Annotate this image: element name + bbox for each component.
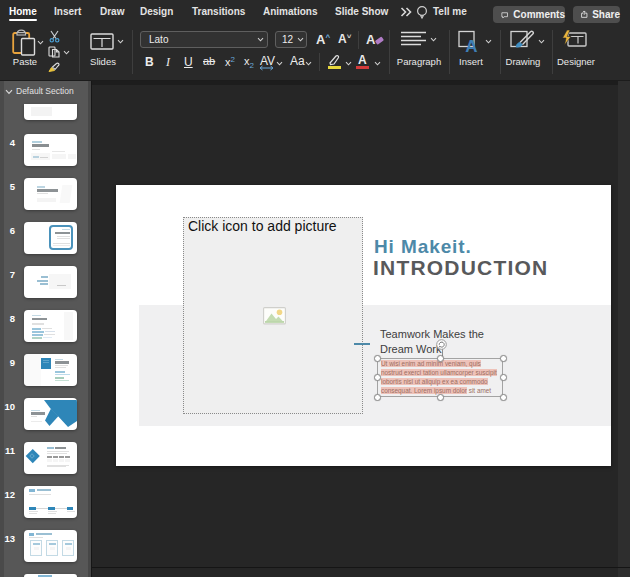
- svg-text:A: A: [465, 37, 477, 54]
